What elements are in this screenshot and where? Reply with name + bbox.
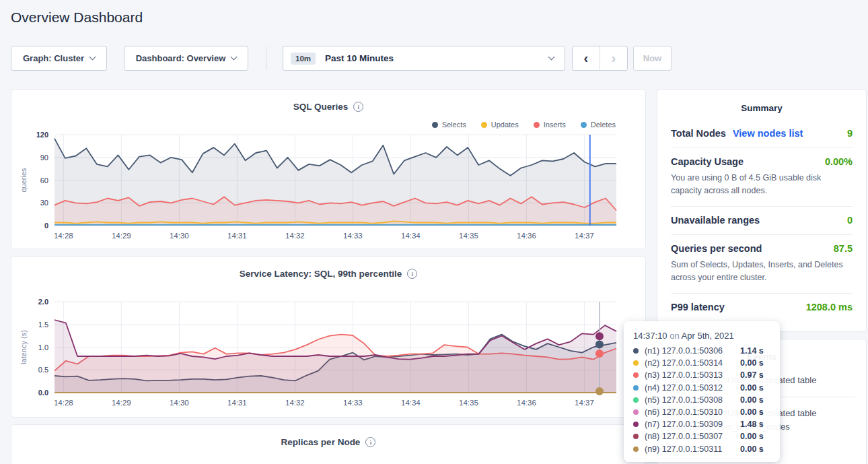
svg-text:60: 60 [40,176,48,185]
node-dot-icon [633,360,639,366]
service-latency-panel: Service Latency: SQL, 99th percentile i … [11,256,646,418]
qps-desc: Sum of Selects, Updates, Inserts, and De… [671,259,853,284]
node-address: (n7) 127.0.0.1:50309 [645,420,740,429]
node-latency-value: 0.00 s [740,407,764,417]
qps-label: Queries per second [671,243,762,254]
tooltip-conjunction: on [670,331,679,341]
svg-text:14:33: 14:33 [343,399,363,407]
capacity-usage-label: Capacity Usage [671,156,744,167]
replicas-per-node-panel: Replicas per Node i [11,424,646,464]
p99-latency-value: 1208.0 ms [806,302,853,312]
svg-text:14:28: 14:28 [54,232,73,240]
tooltip-node-row: (n9) 127.0.0.1:503110.00 s [633,443,770,455]
svg-text:queries: queries [20,168,28,193]
graph-dropdown[interactable]: Graph: Cluster [11,46,107,71]
total-nodes-value: 9 [847,128,853,139]
summary-row-unavailable: Unavailable ranges 0 [671,206,853,234]
page-title: Overview Dashboard [11,9,143,26]
tooltip-node-row: (n1) 127.0.0.1:503061.14 s [633,345,770,357]
svg-text:30: 30 [40,199,48,207]
dashboard-dropdown[interactable]: Dashboard: Overview [124,46,248,71]
tooltip-node-row: (n7) 127.0.0.1:503091.48 s [633,418,770,430]
svg-text:2.0: 2.0 [38,298,48,306]
node-address: (n2) 127.0.0.1:50314 [645,358,740,368]
total-nodes-label: Total Nodes [671,128,726,139]
svg-text:14:36: 14:36 [517,232,536,240]
node-dot-icon [633,409,639,415]
svg-text:latency (s): latency (s) [20,330,28,364]
view-nodes-list-link[interactable]: View nodes list [733,128,803,139]
svg-text:14:37: 14:37 [575,399,594,407]
svg-text:0.0: 0.0 [38,389,48,397]
node-address: (n8) 127.0.0.1:50307 [645,432,740,441]
unavailable-ranges-value: 0 [847,215,853,226]
svg-text:14:31: 14:31 [227,232,247,240]
svg-text:14:29: 14:29 [112,232,131,240]
time-range-picker[interactable]: 10m Past 10 Minutes [283,46,565,71]
node-dot-icon [633,446,639,452]
svg-text:14:28: 14:28 [54,399,73,407]
chevron-down-icon [231,54,238,61]
svg-text:0: 0 [44,222,48,230]
summary-row-qps: Queries per second 87.5 Sum of Selects, … [671,234,853,293]
chevron-down-icon [548,54,555,61]
tooltip-node-row: (n3) 127.0.0.1:503130.97 s [633,369,770,381]
tooltip-time: 14:37:10 [633,331,667,341]
svg-text:14:32: 14:32 [285,399,305,407]
node-latency-value: 0.00 s [740,383,764,393]
node-dot-icon [633,434,639,439]
svg-text:14:37: 14:37 [575,232,594,240]
sql-queries-chart[interactable]: 14:2814:2914:3014:3114:3214:3314:3414:35… [11,90,647,253]
tooltip-node-row: (n4) 127.0.0.1:503120.00 s [633,382,770,394]
node-dot-icon [633,385,639,391]
svg-text:14:32: 14:32 [285,232,305,240]
chart-hover-tooltip: 14:37:10 on Apr 5th, 2021 (n1) 127.0.0.1… [624,321,780,462]
summary-row-p99: P99 latency 1208.0 ms [671,293,853,321]
node-latency-value: 0.00 s [740,395,764,405]
capacity-usage-value: 0.00% [825,156,853,167]
now-button-disabled[interactable]: Now [633,46,672,71]
svg-text:14:34: 14:34 [401,232,421,240]
summary-row-capacity: Capacity Usage 0.00% You are using 0 B o… [671,147,853,206]
p99-latency-label: P99 latency [671,302,725,312]
summary-row-total-nodes: Total Nodes View nodes list 9 [671,120,853,147]
svg-text:14:30: 14:30 [170,232,189,240]
node-dot-icon [633,422,639,427]
toolbar-divider [266,46,266,70]
sql-queries-panel: SQL Queries i Selects Updates Inserts De… [11,89,646,249]
svg-text:14:30: 14:30 [170,399,189,407]
svg-text:1.5: 1.5 [38,321,48,329]
summary-heading: Summary [671,99,853,120]
node-address: (n1) 127.0.0.1:50306 [645,346,740,356]
svg-text:14:35: 14:35 [459,399,478,407]
node-address: (n9) 127.0.0.1:50311 [645,444,740,454]
svg-text:14:29: 14:29 [112,399,131,407]
time-next-button-disabled[interactable]: › [600,46,628,70]
node-dot-icon [633,397,639,403]
time-range-badge: 10m [291,53,316,65]
tooltip-node-row: (n6) 127.0.0.1:503100.00 s [633,406,770,418]
info-icon[interactable]: i [365,437,375,447]
svg-text:14:31: 14:31 [227,399,247,407]
svg-text:14:34: 14:34 [401,399,421,407]
tooltip-date: Apr 5th, 2021 [682,331,734,341]
node-dot-icon [633,372,639,378]
svg-text:0.5: 0.5 [38,366,48,374]
node-latency-value: 0.00 s [740,432,764,441]
replicas-per-node-title: Replicas per Node [281,437,361,447]
svg-text:14:35: 14:35 [459,232,478,240]
node-address: (n3) 127.0.0.1:50313 [645,370,740,380]
node-latency-value: 0.97 s [740,370,764,380]
node-address: (n4) 127.0.0.1:50312 [645,383,740,393]
chevron-down-icon [89,54,96,61]
service-latency-chart[interactable]: 14:2814:2914:3014:3114:3214:3314:3414:35… [11,257,647,421]
node-address: (n6) 127.0.0.1:50310 [645,407,740,417]
time-range-label: Past 10 Minutes [325,53,394,63]
node-address: (n5) 127.0.0.1:50308 [645,395,740,405]
time-prev-button[interactable]: ‹ [573,46,600,70]
svg-text:14:36: 14:36 [517,399,536,407]
node-dot-icon [633,348,639,354]
node-latency-value: 0.00 s [740,358,764,368]
node-latency-value: 1.48 s [740,420,764,429]
summary-panel: Summary Total Nodes View nodes list 9 Ca… [657,89,867,332]
